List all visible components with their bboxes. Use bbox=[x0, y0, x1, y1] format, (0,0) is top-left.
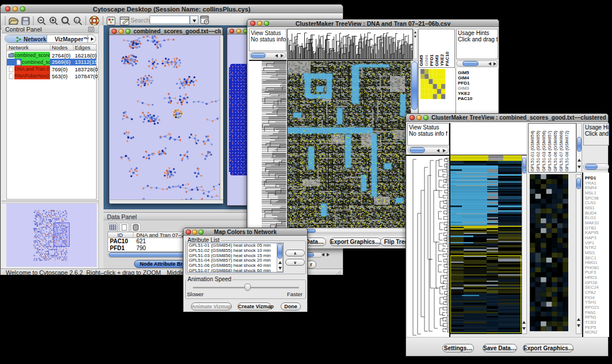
svg-text:YKE2: YKE2 bbox=[439, 54, 445, 66]
svg-text:1:1: 1:1 bbox=[75, 19, 79, 22]
svg-text:GPL51-07 (GSM868): GPL51-07 (GSM868) bbox=[559, 131, 564, 171]
svg-text:PFD1: PFD1 bbox=[429, 54, 434, 66]
svg-text:GIM4: GIM4 bbox=[424, 55, 429, 66]
svg-text:GPL51-06 (GSM865): GPL51-06 (GSM865) bbox=[553, 131, 558, 171]
svg-text:GPL51-08 (GSM872): GPL51-08 (GSM872) bbox=[564, 131, 569, 171]
svg-text:GPL51-03 (GSM856): GPL51-03 (GSM856) bbox=[541, 131, 546, 171]
svg-text:GIM5: GIM5 bbox=[419, 55, 424, 66]
svg-text:GPL51-04 (GSM857): GPL51-04 (GSM857) bbox=[547, 131, 552, 171]
svg-text:GPL51-01 (GSM854): GPL51-01 (GSM854) bbox=[530, 131, 535, 171]
svg-text:GIM3: GIM3 bbox=[434, 55, 439, 66]
svg-text:PAC10: PAC10 bbox=[445, 51, 450, 66]
svg-text:GPL51-02 (GSM855): GPL51-02 (GSM855) bbox=[536, 131, 541, 171]
